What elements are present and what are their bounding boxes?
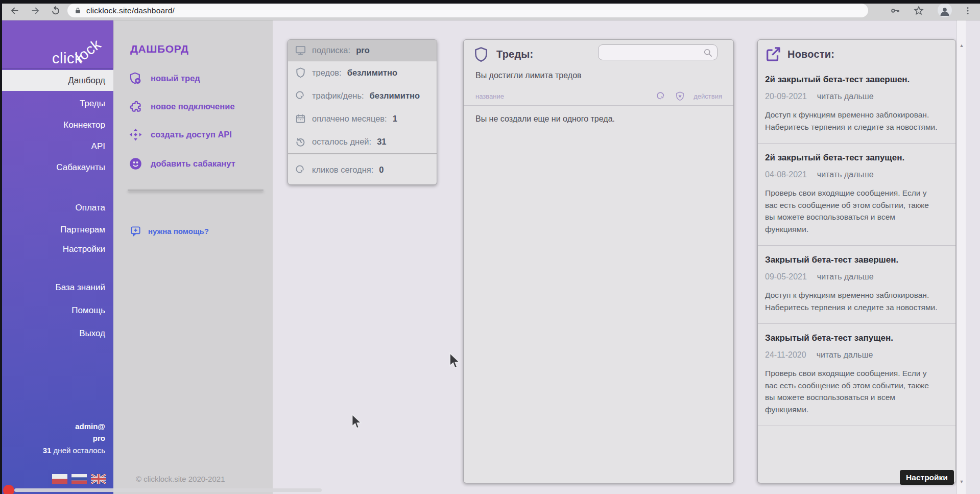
chat-plus-icon [130,225,141,237]
uk-flag[interactable] [91,474,106,484]
read-more-link[interactable]: читать дальше [817,349,873,361]
threads-panel-title: Треды: [496,49,533,60]
stat-row: кликов сегодня: 0 [288,154,437,185]
news-date: 20-09-2021 [765,91,807,102]
sidebar-item-subaccounts[interactable]: Сабакаунты [2,159,113,176]
news-item: 2й закрытый бета-тест запущен. 04-08-202… [758,144,955,246]
stat-row: трафик/день: безлимитно [288,84,437,107]
divider [128,190,264,191]
sidebar-item-help[interactable]: Помощь [2,302,113,319]
news-date: 09-05-2021 [765,271,807,283]
need-help-label: нужна помощь? [148,227,209,236]
news-item: Закрытый бета-тест завершен. 09-05-2021ч… [758,246,955,324]
menu-dots-icon[interactable] [962,5,974,17]
stat-label: оплачено месяцев: [312,114,387,124]
shield-star-icon [675,91,685,102]
poland-flag[interactable] [52,474,67,484]
news-title: 2й закрытый бета-тест запущен. [765,152,938,163]
stat-row: осталось дней: 31 [288,130,437,153]
scroll-down-icon[interactable]: ▼ [957,479,966,484]
news-date: 04-08-2021 [765,169,807,180]
news-date: 24-11-2020 [765,349,806,361]
add-subaccount-button[interactable]: добавить сабаканут [129,155,235,172]
back-icon[interactable] [9,5,21,17]
language-flags [52,474,106,484]
star-icon[interactable] [913,5,925,17]
stats-header-row: подписка: pro [288,40,437,61]
threads-search[interactable] [598,44,718,60]
read-more-link[interactable]: читать дальше [817,91,874,102]
padlock-icon[interactable] [75,7,81,14]
actions-panel: ДАШБОРД новый тред новое подключение соз… [113,20,273,494]
page-scrollbar[interactable]: ▲ ▼ [957,20,966,494]
click-icon [656,91,666,102]
threads-empty-message: Вы не создали еще ни одного треда. [475,114,615,124]
new-connection-button[interactable]: новое подключение [129,98,235,114]
column-header-actions: действия [694,92,722,100]
key-icon[interactable] [890,5,902,17]
stat-label: осталось дней: [312,137,371,147]
sidebar-item-dashboard[interactable]: Дашборд [2,70,113,91]
move-arrows-icon [129,128,142,142]
divider [464,105,733,106]
stat-value: безлимитно [370,91,420,101]
subscription-stats-card: подписка: pro тредов: безлимитно трафик/… [288,39,437,185]
sidebar-item-connector[interactable]: Коннектор [2,116,113,134]
copyright: © clicklock.site 2020-2021 [136,475,225,483]
news-panel-title: Новости: [787,49,834,60]
news-panel: Новости: 2й закрытый бета-тест завершен.… [757,39,956,483]
read-more-link[interactable]: читать дальше [817,271,874,283]
sidebar-item-settings[interactable]: Настройки [2,241,113,258]
need-help-link[interactable]: нужна помощь? [130,225,209,237]
click-icon [295,90,306,102]
news-body: Проверь свои входящие сообщения. Если у … [765,187,938,235]
scroll-up-icon[interactable]: ▲ [957,43,966,48]
action-label: добавить сабаканут [151,159,235,169]
search-icon[interactable] [703,48,713,58]
thread-limit-message: Вы достигли лимита тредов [475,71,582,80]
avatar-icon[interactable] [938,3,952,17]
stat-label: трафик/день: [312,91,364,101]
news-item: 2й закрытый бета-тест завершен. 20-09-20… [758,65,955,144]
news-item: Закрытый бета-тест запущен. 24-11-2020чи… [758,324,955,426]
russia-flag[interactable] [71,474,87,484]
new-thread-button[interactable]: новый тред [129,70,200,86]
click-icon [295,164,306,176]
action-label: новое подключение [151,102,235,111]
url-text: clicklock.site/dashboard/ [86,6,175,15]
column-header-name: название [475,92,504,100]
create-api-access-button[interactable]: создать доступ API [129,126,232,143]
stat-row: оплачено месяцев: 1 [288,107,437,130]
sidebar-item-logout[interactable]: Выход [2,325,113,342]
sidebar-item-partners[interactable]: Партнерам [2,221,113,239]
news-title: 2й закрытый бета-тест завершен. [765,74,938,85]
shield-plus-icon [129,72,142,85]
video-frame-edge [0,0,980,4]
logo-block: click lock [2,20,113,68]
sidebar-item-api[interactable]: API [2,138,113,155]
monitor-icon [295,44,306,56]
sidebar-item-threads[interactable]: Треды [2,95,113,112]
stat-label: кликов сегодня: [312,165,373,175]
address-bar[interactable]: clicklock.site/dashboard/ [67,4,868,17]
sidebar-item-payment[interactable]: Оплата [2,199,113,217]
mouse-cursor [448,352,461,369]
sidebar-item-knowledge-base[interactable]: База знаний [2,279,113,296]
stat-value: 31 [377,137,386,147]
shield-icon [472,46,490,63]
news-body: Доступ к функциям временно заблокирован.… [765,289,938,313]
clicklock-logo: click lock [52,50,82,67]
search-input[interactable] [604,48,703,57]
record-dot [3,485,14,494]
app-window: clicklock.site/dashboard/ click lock Даш… [0,0,980,494]
clock-icon [295,136,306,148]
stat-value: 0 [379,165,384,175]
read-more-link[interactable]: читать дальше [817,169,874,180]
forward-icon[interactable] [30,5,42,17]
player-seekbar[interactable] [14,488,322,492]
external-link-icon [764,45,782,63]
threads-panel: Треды: Вы достигли лимита тредов названи… [463,39,734,483]
reload-icon[interactable] [50,5,62,17]
shield-icon [295,67,306,79]
stat-value: безлимитно [347,68,397,78]
